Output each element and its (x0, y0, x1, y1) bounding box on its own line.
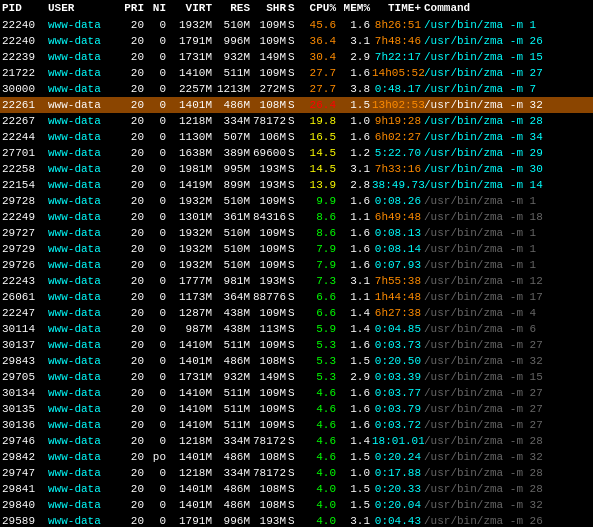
table-row[interactable]: 26061 www-data 20 0 1173M 364M 88776 S 6… (0, 289, 593, 305)
cell-cmd: /usr/bin/zma -m 26 (424, 33, 591, 49)
cell-cpu: 4.0 (300, 481, 338, 497)
table-row[interactable]: 30136 www-data 20 0 1410M 511M 109M S 4.… (0, 417, 593, 433)
table-row[interactable]: 22249 www-data 20 0 1301M 361M 84316 S 8… (0, 209, 593, 225)
table-row[interactable]: 22240 www-data 20 0 1791M 996M 109M S 36… (0, 33, 593, 49)
cell-shr: 88776 (252, 289, 288, 305)
cell-pid: 22247 (2, 305, 48, 321)
cell-time: 0:20.24 (372, 449, 424, 465)
cell-mem: 1.4 (338, 305, 372, 321)
table-row[interactable]: 22247 www-data 20 0 1287M 438M 109M S 6.… (0, 305, 593, 321)
cell-shr: 109M (252, 225, 288, 241)
cell-ni: 0 (146, 209, 168, 225)
cell-mem: 1.4 (338, 321, 372, 337)
cell-user: www-data (48, 353, 118, 369)
table-row[interactable]: 29727 www-data 20 0 1932M 510M 109M S 8.… (0, 225, 593, 241)
cell-cmd: /usr/bin/zma -m 28 (424, 113, 591, 129)
table-row[interactable]: 30000 www-data 20 0 2257M 1213M 272M S 2… (0, 81, 593, 97)
table-row[interactable]: 21722 www-data 20 0 1410M 511M 109M S 27… (0, 65, 593, 81)
table-row[interactable]: 29589 www-data 20 0 1791M 996M 193M S 4.… (0, 513, 593, 527)
table-row[interactable]: 22239 www-data 20 0 1731M 932M 149M S 30… (0, 49, 593, 65)
cell-virt: 1932M (168, 257, 214, 273)
cell-s: S (288, 513, 300, 527)
table-row[interactable]: 22261 www-data 20 0 1401M 486M 108M S 26… (0, 97, 593, 113)
table-row[interactable]: 22258 www-data 20 0 1981M 995M 193M S 14… (0, 161, 593, 177)
cell-cpu: 6.6 (300, 289, 338, 305)
cell-virt: 1419M (168, 177, 214, 193)
cell-shr: 78172 (252, 113, 288, 129)
cell-time: 7h22:17 (372, 49, 424, 65)
cell-user: www-data (48, 257, 118, 273)
cell-res: 334M (214, 465, 252, 481)
cell-user: www-data (48, 321, 118, 337)
table-row[interactable]: 29842 www-data 20 po 1401M 486M 108M S 4… (0, 449, 593, 465)
cell-time: 0:08.13 (372, 225, 424, 241)
table-row[interactable]: 29841 www-data 20 0 1401M 486M 108M S 4.… (0, 481, 593, 497)
cell-ni: 0 (146, 273, 168, 289)
table-row[interactable]: 30135 www-data 20 0 1410M 511M 109M S 4.… (0, 401, 593, 417)
cell-virt: 1932M (168, 225, 214, 241)
cell-s: S (288, 321, 300, 337)
table-row[interactable]: 22240 www-data 20 0 1932M 510M 109M S 45… (0, 17, 593, 33)
cell-user: www-data (48, 241, 118, 257)
table-row[interactable]: 22243 www-data 20 0 1777M 981M 193M S 7.… (0, 273, 593, 289)
table-row[interactable]: 29843 www-data 20 0 1401M 486M 108M S 5.… (0, 353, 593, 369)
cell-cmd: /usr/bin/zma -m 18 (424, 209, 591, 225)
table-row[interactable]: 22244 www-data 20 0 1130M 507M 106M S 16… (0, 129, 593, 145)
cell-time: 5:22.70 (372, 145, 424, 161)
cell-pri: 20 (118, 113, 146, 129)
cell-user: www-data (48, 385, 118, 401)
cell-cpu: 5.3 (300, 369, 338, 385)
cell-pid: 30134 (2, 385, 48, 401)
table-row[interactable]: 27701 www-data 20 0 1638M 389M 69600 S 1… (0, 145, 593, 161)
cell-cmd: /usr/bin/zma -m 28 (424, 481, 591, 497)
table-row[interactable]: 30137 www-data 20 0 1410M 511M 109M S 5.… (0, 337, 593, 353)
cell-shr: 193M (252, 177, 288, 193)
cell-time: 6h02:27 (372, 129, 424, 145)
table-row[interactable]: 22154 www-data 20 0 1419M 899M 193M S 13… (0, 177, 593, 193)
cell-res: 932M (214, 369, 252, 385)
cell-pid: 29589 (2, 513, 48, 527)
table-row[interactable]: 30114 www-data 20 0 987M 438M 113M S 5.9… (0, 321, 593, 337)
cell-user: www-data (48, 273, 118, 289)
cell-mem: 3.1 (338, 513, 372, 527)
cell-pri: 20 (118, 385, 146, 401)
table-row[interactable]: 30134 www-data 20 0 1410M 511M 109M S 4.… (0, 385, 593, 401)
table-row[interactable]: 29726 www-data 20 0 1932M 510M 109M S 7.… (0, 257, 593, 273)
cell-s: S (288, 145, 300, 161)
table-row[interactable]: 29705 www-data 20 0 1731M 932M 149M S 5.… (0, 369, 593, 385)
cell-time: 9h19:28 (372, 113, 424, 129)
cell-user: www-data (48, 401, 118, 417)
cell-pid: 29728 (2, 193, 48, 209)
cell-pid: 27701 (2, 145, 48, 161)
cell-ni: 0 (146, 17, 168, 33)
table-row[interactable]: 29746 www-data 20 0 1218M 334M 78172 S 4… (0, 433, 593, 449)
cell-time: 14h05:52 (372, 65, 424, 81)
cell-user: www-data (48, 193, 118, 209)
cell-ni: 0 (146, 97, 168, 113)
cell-mem: 1.6 (338, 417, 372, 433)
table-row[interactable]: 22267 www-data 20 0 1218M 334M 78172 S 1… (0, 113, 593, 129)
table-row[interactable]: 29729 www-data 20 0 1932M 510M 109M S 7.… (0, 241, 593, 257)
cell-cpu: 6.6 (300, 305, 338, 321)
cell-shr: 109M (252, 65, 288, 81)
cell-res: 510M (214, 225, 252, 241)
cell-cpu: 5.3 (300, 353, 338, 369)
cell-user: www-data (48, 97, 118, 113)
table-row[interactable]: 29840 www-data 20 0 1401M 486M 108M S 4.… (0, 497, 593, 513)
cell-ni: 0 (146, 113, 168, 129)
cell-mem: 1.5 (338, 449, 372, 465)
cell-ni: 0 (146, 321, 168, 337)
cell-mem: 3.1 (338, 33, 372, 49)
cell-s: S (288, 65, 300, 81)
cell-virt: 1791M (168, 513, 214, 527)
cell-pri: 20 (118, 449, 146, 465)
cell-user: www-data (48, 161, 118, 177)
cell-ni: 0 (146, 401, 168, 417)
table-row[interactable]: 29747 www-data 20 0 1218M 334M 78172 S 4… (0, 465, 593, 481)
cell-cpu: 4.6 (300, 417, 338, 433)
cell-pid: 30135 (2, 401, 48, 417)
cell-user: www-data (48, 481, 118, 497)
cell-user: www-data (48, 113, 118, 129)
cell-shr: 78172 (252, 465, 288, 481)
table-row[interactable]: 29728 www-data 20 0 1932M 510M 109M S 9.… (0, 193, 593, 209)
